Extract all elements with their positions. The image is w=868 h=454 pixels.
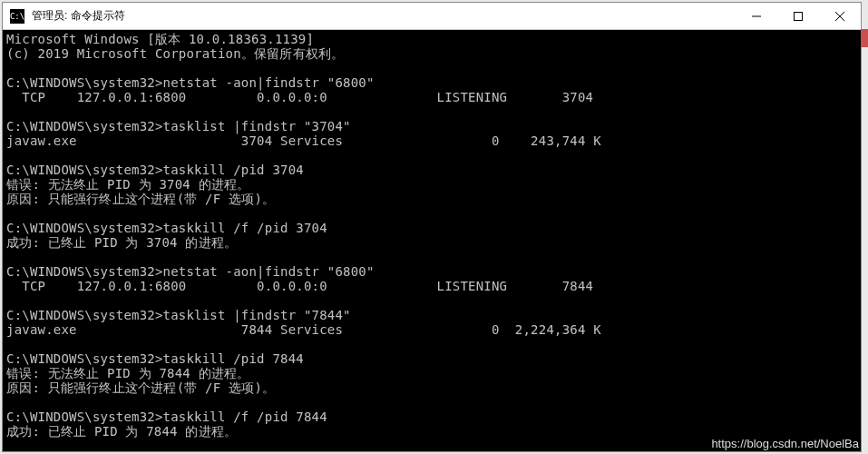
minimize-button[interactable]: [736, 3, 777, 29]
minimize-icon: [752, 12, 761, 21]
cmd-window: C:\ 管理员: 命令提示符 Microsoft Windows [版本 10.…: [2, 2, 862, 452]
close-button[interactable]: [819, 3, 861, 29]
window-controls: [736, 3, 861, 29]
window-title: 管理员: 命令提示符: [32, 8, 736, 24]
maximize-button[interactable]: [777, 3, 819, 29]
maximize-icon: [794, 12, 803, 21]
console-output[interactable]: Microsoft Windows [版本 10.0.18363.1139] (…: [3, 30, 861, 451]
side-decoration: [861, 29, 868, 47]
svg-rect-1: [795, 12, 803, 20]
window-icon: C:\: [10, 9, 24, 24]
close-icon: [835, 12, 844, 21]
watermark-text: https://blog.csdn.net/NoelBa: [711, 437, 859, 450]
titlebar[interactable]: C:\ 管理员: 命令提示符: [3, 3, 861, 30]
